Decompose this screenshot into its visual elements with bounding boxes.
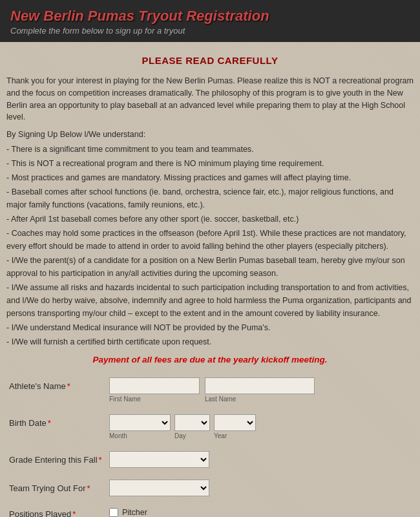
birth-year-select[interactable]: 2020201920182017201620152014201320122011… <box>214 414 256 431</box>
positions-label: Positions Played* <box>9 508 109 517</box>
grade-label: Grade Entering this Fall* <box>9 451 109 465</box>
team-controls: 8U 10U 12U 14U <box>109 480 411 496</box>
athlete-name-label: Athlete's Name* <box>9 377 109 391</box>
last-name-input[interactable] <box>205 377 315 394</box>
day-sublabel: Day <box>174 432 210 439</box>
page-header: New Berlin Pumas Tryout Registration Com… <box>0 0 420 42</box>
required-indicator-2: * <box>48 418 51 428</box>
please-read-heading: PLEASE READ CAREFULLY <box>6 55 414 66</box>
intro-paragraph: Thank you for your interest in playing f… <box>6 75 414 123</box>
month-group: JanuaryFebruaryMarchAprilMayJuneJulyAugu… <box>109 414 171 439</box>
position-label: Pitcher <box>122 508 147 517</box>
birth-day-select[interactable]: 1234567891011121314151617181920212223242… <box>174 414 210 431</box>
team-label: Team Trying Out For* <box>9 480 109 493</box>
positions-row: Positions Played* PitcherCatcher1st <box>6 508 414 517</box>
year-sublabel: Year <box>214 432 256 439</box>
athlete-name-row: Athlete's Name* First Name Last Name <box>6 377 414 403</box>
registration-form: Athlete's Name* First Name Last Name <box>6 377 414 517</box>
birth-date-row: Birth Date* JanuaryFebruaryMarchAprilMay… <box>6 414 414 439</box>
required-indicator-4: * <box>87 483 90 493</box>
team-row: Team Trying Out For* 8U 10U 12U 14U <box>6 480 414 496</box>
first-name-sublabel: First Name <box>109 396 200 403</box>
grade-select[interactable]: 3rd 4th 5th 6th 7th 8th <box>109 451 209 468</box>
page-subtitle: Complete the form below to sign up for a… <box>10 26 410 36</box>
last-name-sublabel: Last Name <box>205 396 315 403</box>
first-name-group: First Name <box>109 377 200 403</box>
month-sublabel: Month <box>109 432 171 439</box>
athlete-name-controls: First Name Last Name <box>109 377 411 403</box>
birth-date-controls: JanuaryFebruaryMarchAprilMayJuneJulyAugu… <box>109 414 411 439</box>
required-indicator: * <box>67 381 70 391</box>
rules-list: - There is a significant time commitment… <box>6 143 414 348</box>
position-checkbox-row: Pitcher <box>109 508 151 517</box>
birth-month-select[interactable]: JanuaryFebruaryMarchAprilMayJuneJulyAugu… <box>109 414 171 431</box>
birth-date-label: Birth Date* <box>9 414 109 428</box>
required-indicator-5: * <box>72 509 76 517</box>
required-indicator-3: * <box>99 455 102 465</box>
signup-heading: By Signing Up Below I/We understand: <box>6 130 414 139</box>
year-group: 2020201920182017201620152014201320122011… <box>214 414 256 439</box>
payment-notice: Payment of all fees are due at the yearl… <box>6 355 414 364</box>
page-title: New Berlin Pumas Tryout Registration <box>10 8 410 25</box>
day-group: 1234567891011121314151617181920212223242… <box>174 414 210 439</box>
grade-controls: 3rd 4th 5th 6th 7th 8th <box>109 451 411 468</box>
birth-inputs: JanuaryFebruaryMarchAprilMayJuneJulyAugu… <box>109 414 411 439</box>
positions-checkboxes: PitcherCatcher1st <box>109 508 151 517</box>
team-select[interactable]: 8U 10U 12U 14U <box>109 480 209 496</box>
grade-row: Grade Entering this Fall* 3rd 4th 5th 6t… <box>6 451 414 468</box>
first-name-input[interactable] <box>109 377 200 394</box>
position-checkbox-pitcher[interactable] <box>109 508 118 517</box>
last-name-group: Last Name <box>205 377 315 403</box>
main-content: PLEASE READ CAREFULLY Thank you for your… <box>0 42 420 517</box>
name-inputs: First Name Last Name <box>109 377 411 403</box>
